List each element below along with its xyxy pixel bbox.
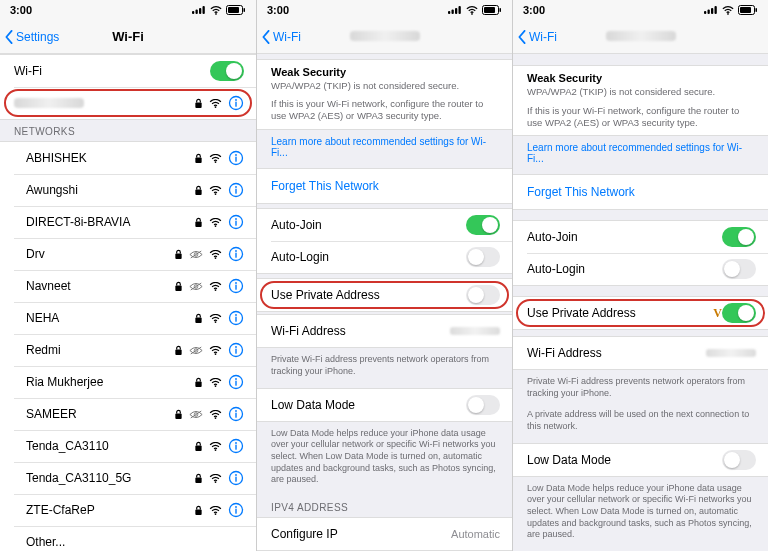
auto-join-row[interactable]: Auto-Join bbox=[513, 221, 768, 253]
lock-icon bbox=[194, 217, 203, 228]
detail-scroll[interactable]: Weak Security WPA/WPA2 (TKIP) is not con… bbox=[513, 54, 768, 551]
cellular-icon bbox=[192, 6, 206, 14]
connected-ssid-blurred bbox=[14, 98, 84, 108]
lock-icon bbox=[174, 409, 183, 420]
weak-security-card: Weak Security WPA/WPA2 (TKIP) is not con… bbox=[513, 65, 768, 136]
info-button[interactable] bbox=[228, 342, 244, 358]
network-row[interactable]: Ria Mukherjee bbox=[0, 366, 256, 398]
annotation-mark: V bbox=[713, 306, 722, 321]
forget-group: Forget This Network bbox=[513, 174, 768, 210]
network-row[interactable]: Tenda_CA3110_5G bbox=[0, 462, 256, 494]
info-button[interactable] bbox=[228, 374, 244, 390]
configure-ip-row[interactable]: Configure IP Automatic bbox=[257, 518, 512, 550]
networks-group: ABHISHEKAwungshiDIRECT-8i-BRAVIADrvNavne… bbox=[0, 141, 256, 551]
network-row[interactable]: Awungshi bbox=[0, 174, 256, 206]
network-row[interactable]: Navneet bbox=[0, 270, 256, 302]
back-button[interactable]: Wi-Fi bbox=[517, 30, 557, 44]
network-row[interactable]: ZTE-CfaReP bbox=[0, 494, 256, 526]
private-address-row[interactable]: Use Private Address bbox=[257, 279, 512, 311]
info-button[interactable] bbox=[228, 95, 244, 111]
low-data-toggle[interactable] bbox=[466, 395, 500, 415]
lock-icon bbox=[194, 313, 203, 324]
info-button[interactable] bbox=[228, 406, 244, 422]
privacy-off-icon bbox=[189, 250, 203, 259]
lock-icon bbox=[174, 281, 183, 292]
network-row[interactable]: NEHA bbox=[0, 302, 256, 334]
lock-icon bbox=[194, 473, 203, 484]
network-ssid: SAMEER bbox=[26, 407, 174, 421]
info-button[interactable] bbox=[228, 246, 244, 262]
other-label: Other... bbox=[26, 535, 244, 549]
network-row[interactable]: Drv bbox=[0, 238, 256, 270]
info-button[interactable] bbox=[228, 214, 244, 230]
info-button[interactable] bbox=[228, 278, 244, 294]
status-indicators bbox=[704, 5, 758, 15]
wifi-signal-icon bbox=[209, 218, 222, 227]
wifi-address-group: Wi-Fi Address bbox=[257, 314, 512, 348]
private-address-toggle[interactable] bbox=[722, 303, 756, 323]
network-row[interactable]: ABHISHEK bbox=[0, 142, 256, 174]
network-row[interactable]: DIRECT-8i-BRAVIA bbox=[0, 206, 256, 238]
wifi-status-icon bbox=[466, 6, 478, 15]
low-data-toggle[interactable] bbox=[722, 450, 756, 470]
ipv4-header: IPV4 ADDRESS bbox=[257, 496, 512, 517]
wifi-signal-icon bbox=[209, 474, 222, 483]
wifi-signal-icon bbox=[209, 250, 222, 259]
info-button[interactable] bbox=[228, 502, 244, 518]
weak-security-card: Weak Security WPA/WPA2 (TKIP) is not con… bbox=[257, 59, 512, 130]
wifi-signal-icon bbox=[209, 154, 222, 163]
info-button[interactable] bbox=[228, 310, 244, 326]
network-ssid: NEHA bbox=[26, 311, 194, 325]
status-indicators bbox=[192, 5, 246, 15]
network-ssid: Navneet bbox=[26, 279, 174, 293]
low-data-row[interactable]: Low Data Mode bbox=[257, 389, 512, 421]
auto-login-row[interactable]: Auto-Login bbox=[513, 253, 768, 285]
phone-detail-off: 3:00 Wi-Fi Weak Security WPA/WPA2 (TKIP)… bbox=[256, 0, 512, 551]
private-address-row[interactable]: Use Private Address V bbox=[513, 297, 768, 329]
info-button[interactable] bbox=[228, 150, 244, 166]
network-row[interactable]: Tenda_CA3110 bbox=[0, 430, 256, 462]
auto-group: Auto-Join Auto-Login bbox=[513, 220, 768, 286]
auto-login-row[interactable]: Auto-Login bbox=[257, 241, 512, 273]
phone-detail-on: 3:00 Wi-Fi Weak Security WPA/WPA2 (TKIP)… bbox=[512, 0, 768, 551]
wifi-toggle-label: Wi-Fi bbox=[14, 64, 210, 78]
learn-more-link[interactable]: Learn more about recommended settings fo… bbox=[257, 130, 512, 168]
phone-wifi-list: 3:00 Settings Wi-Fi Wi-Fi bbox=[0, 0, 256, 551]
low-data-group: Low Data Mode bbox=[257, 388, 512, 422]
wifi-toggle-row[interactable]: Wi-Fi bbox=[0, 55, 256, 87]
detail-scroll[interactable]: Weak Security WPA/WPA2 (TKIP) is not con… bbox=[257, 54, 512, 551]
network-ssid: DIRECT-8i-BRAVIA bbox=[26, 215, 194, 229]
cellular-icon bbox=[704, 6, 718, 14]
private-address-toggle[interactable] bbox=[466, 285, 500, 305]
private-address-group: Use Private Address bbox=[257, 278, 512, 312]
info-button[interactable] bbox=[228, 470, 244, 486]
wifi-signal-icon bbox=[209, 506, 222, 515]
wifi-status-icon bbox=[722, 6, 734, 15]
forget-network-button[interactable]: Forget This Network bbox=[513, 175, 768, 209]
info-button[interactable] bbox=[228, 182, 244, 198]
other-network-row[interactable]: Other... bbox=[0, 526, 256, 551]
auto-login-toggle[interactable] bbox=[466, 247, 500, 267]
network-row[interactable]: SAMEER bbox=[0, 398, 256, 430]
privacy-off-icon bbox=[189, 410, 203, 419]
connected-network-row[interactable] bbox=[0, 87, 256, 119]
wifi-list-scroll[interactable]: Wi-Fi NETWORKS ABHISHEKAwungshiDIRECT-8i… bbox=[0, 54, 256, 551]
weak-security-msg-1: WPA/WPA2 (TKIP) is not considered secure… bbox=[527, 86, 756, 98]
auto-join-toggle[interactable] bbox=[722, 227, 756, 247]
auto-login-toggle[interactable] bbox=[722, 259, 756, 279]
auto-join-row[interactable]: Auto-Join bbox=[257, 209, 512, 241]
info-button[interactable] bbox=[228, 438, 244, 454]
status-bar: 3:00 bbox=[513, 0, 768, 20]
private-address-footer: Private Wi-Fi address prevents network o… bbox=[257, 348, 512, 387]
back-button[interactable]: Wi-Fi bbox=[261, 30, 301, 44]
back-button[interactable]: Settings bbox=[4, 30, 59, 44]
low-data-footer: Low Data Mode helps reduce your iPhone d… bbox=[513, 477, 768, 551]
lock-icon bbox=[174, 345, 183, 356]
auto-join-toggle[interactable] bbox=[466, 215, 500, 235]
weak-security-title: Weak Security bbox=[271, 66, 500, 78]
low-data-row[interactable]: Low Data Mode bbox=[513, 444, 768, 476]
learn-more-link[interactable]: Learn more about recommended settings fo… bbox=[513, 136, 768, 174]
network-row[interactable]: Redmi bbox=[0, 334, 256, 366]
wifi-toggle[interactable] bbox=[210, 61, 244, 81]
forget-network-button[interactable]: Forget This Network bbox=[257, 169, 512, 203]
